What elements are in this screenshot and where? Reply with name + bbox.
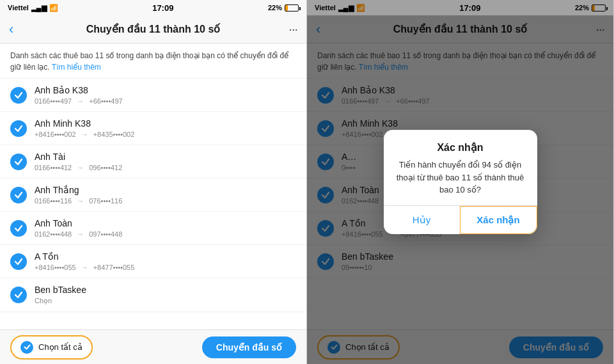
left-name-0: Anh Bảo K38 xyxy=(35,85,296,95)
left-info-0: Anh Bảo K38 0166••••497 → +66••••497 xyxy=(35,85,296,105)
left-contact-item-3[interactable]: Anh Thắng 0166••••116 → 076••••116 xyxy=(0,178,306,212)
left-arrow-1: → xyxy=(81,131,88,138)
left-new-num-0: +66••••497 xyxy=(89,97,122,105)
left-contact-item-5[interactable]: A Tồn +8416••••055 → +8477••••055 xyxy=(0,245,306,278)
left-back-button[interactable]: ‹ xyxy=(9,21,27,38)
left-old-num-1: +8416••••002 xyxy=(35,131,76,138)
left-arrow-3: → xyxy=(77,197,84,205)
left-contact-item-6[interactable]: Ben bTaskee Chọn xyxy=(0,278,306,312)
left-status-bar: Viettel ▂▄▆ 📶 17:09 22% xyxy=(0,0,306,15)
left-new-num-4: 097••••448 xyxy=(89,230,122,238)
left-more-button[interactable]: ··· xyxy=(279,22,297,36)
left-check-6 xyxy=(10,287,27,303)
confirm-dialog: Xác nhận Tiến hành chuyển đổi 94 số điện… xyxy=(384,130,537,234)
left-name-6: Ben bTaskee xyxy=(35,285,296,295)
left-check-5 xyxy=(10,253,27,270)
left-carrier: Viettel xyxy=(8,4,29,12)
left-name-1: Anh Minh K38 xyxy=(35,118,296,129)
left-bottom-bar: Chọn tất cả Chuyển đầu số xyxy=(0,329,306,364)
left-check-1 xyxy=(10,120,27,137)
left-old-num-3: 0166••••116 xyxy=(35,197,72,205)
left-select-all-icon xyxy=(20,341,33,354)
left-name-4: Anh Toàn xyxy=(35,218,296,228)
left-name-5: A Tồn xyxy=(35,251,296,262)
left-new-num-5: +8477••••055 xyxy=(93,264,135,271)
left-check-2 xyxy=(10,154,27,170)
left-check-4 xyxy=(10,220,27,237)
left-convert-button[interactable]: Chuyển đầu số xyxy=(202,336,296,358)
left-header-title: Chuyển đầu 11 thành 10 số xyxy=(27,23,279,35)
left-contact-item-0[interactable]: Anh Bảo K38 0166••••497 → +66••••497 xyxy=(0,79,306,112)
left-old-num-0: 0166••••497 xyxy=(35,97,72,105)
left-contact-item-4[interactable]: Anh Toàn 0162••••448 → 097••••448 xyxy=(0,212,306,245)
left-arrow-2: → xyxy=(77,164,84,171)
left-wifi-icon: 📶 xyxy=(49,4,58,12)
left-new-num-1: +8435••••002 xyxy=(93,131,135,138)
left-status-left: Viettel ▂▄▆ 📶 xyxy=(8,4,58,12)
left-info-4: Anh Toàn 0162••••448 → 097••••448 xyxy=(35,218,296,238)
left-numbers-6: Chọn xyxy=(35,297,296,305)
left-old-num-4: 0162••••448 xyxy=(35,230,72,238)
dialog-message: Tiến hành chuyển đổi 94 số điện thoại từ… xyxy=(394,159,527,196)
dialog-cancel-button[interactable]: Hủy xyxy=(384,206,460,234)
left-check-0 xyxy=(10,87,27,104)
left-select-all-button[interactable]: Chọn tất cả xyxy=(10,335,93,360)
left-old-num-2: 0166••••412 xyxy=(35,164,72,171)
right-overlay: Xác nhận Tiến hành chuyển đổi 94 số điện… xyxy=(307,0,613,364)
left-new-num-3: 076••••116 xyxy=(89,197,122,205)
left-contact-list: Anh Bảo K38 0166••••497 → +66••••497 Anh… xyxy=(0,79,306,329)
left-arrow-5: → xyxy=(81,264,88,271)
left-battery-pct: 22% xyxy=(268,4,282,12)
left-info-5: A Tồn +8416••••055 → +8477••••055 xyxy=(35,251,296,271)
left-numbers-2: 0166••••412 → 096••••412 xyxy=(35,164,296,171)
left-signal-icon: ▂▄▆ xyxy=(31,4,47,12)
dialog-content: Xác nhận Tiến hành chuyển đổi 94 số điện… xyxy=(384,130,537,205)
left-numbers-0: 0166••••497 → +66••••497 xyxy=(35,97,296,105)
left-name-2: Anh Tài xyxy=(35,152,296,162)
left-panel: Viettel ▂▄▆ 📶 17:09 22% ‹ Chuyển đầu 11 … xyxy=(0,0,307,364)
left-description: Danh sách các thuê bao 11 số trong danh … xyxy=(0,44,306,79)
left-numbers-4: 0162••••448 → 097••••448 xyxy=(35,230,296,238)
left-learn-more-link[interactable]: Tìm hiểu thêm xyxy=(52,63,101,72)
left-info-1: Anh Minh K38 +8416••••002 → +8435••••002 xyxy=(35,118,296,138)
left-new-num-2: 096••••412 xyxy=(89,164,122,171)
left-name-3: Anh Thắng xyxy=(35,185,296,195)
left-old-num-5: +8416••••055 xyxy=(35,264,76,271)
left-select-all-label: Chọn tất cả xyxy=(38,342,83,352)
left-header: ‹ Chuyển đầu 11 thành 10 số ··· xyxy=(0,15,306,44)
left-arrow-0: → xyxy=(77,97,84,105)
left-old-num-6: Chọn xyxy=(35,297,52,305)
left-status-right: 22% xyxy=(268,4,299,12)
left-numbers-5: +8416••••055 → +8477••••055 xyxy=(35,264,296,271)
left-info-6: Ben bTaskee Chọn xyxy=(35,285,296,305)
left-battery-icon xyxy=(285,4,299,12)
left-numbers-1: +8416••••002 → +8435••••002 xyxy=(35,131,296,138)
dialog-confirm-button[interactable]: Xác nhận xyxy=(460,206,537,234)
left-arrow-4: → xyxy=(77,230,84,238)
left-time: 17:09 xyxy=(152,3,173,13)
left-check-3 xyxy=(10,187,27,203)
left-numbers-3: 0166••••116 → 076••••116 xyxy=(35,197,296,205)
left-contact-item-2[interactable]: Anh Tài 0166••••412 → 096••••412 xyxy=(0,145,306,178)
left-info-3: Anh Thắng 0166••••116 → 076••••116 xyxy=(35,185,296,205)
dialog-title: Xác nhận xyxy=(394,141,527,154)
left-contact-item-1[interactable]: Anh Minh K38 +8416••••002 → +8435••••002 xyxy=(0,112,306,145)
dialog-buttons: Hủy Xác nhận xyxy=(384,205,537,234)
right-panel: Viettel ▂▄▆ 📶 17:09 22% ‹ Chuyển đầu 11 … xyxy=(307,0,614,364)
left-info-2: Anh Tài 0166••••412 → 096••••412 xyxy=(35,152,296,171)
